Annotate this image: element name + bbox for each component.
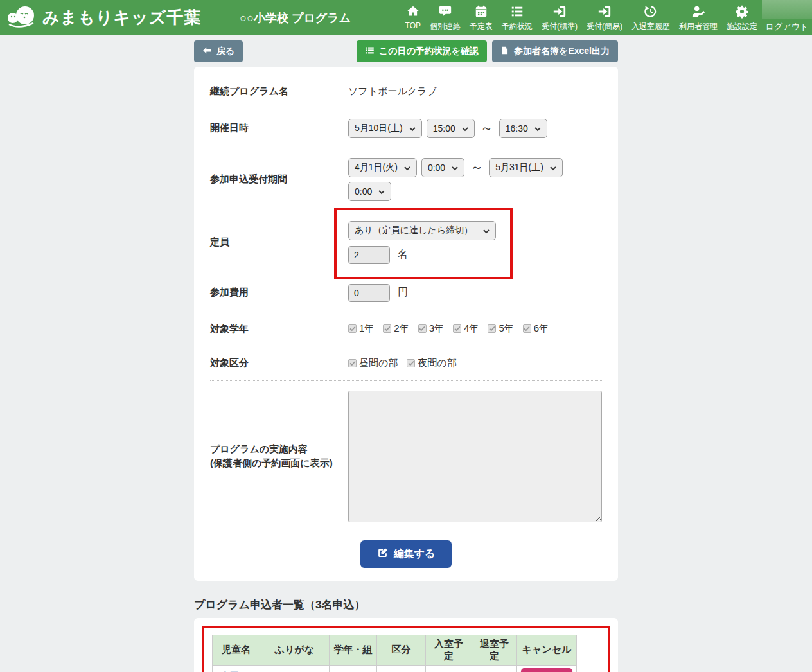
grade-checkbox-item[interactable]: 4年 bbox=[453, 323, 479, 335]
schedule-end-time-select[interactable]: 16:30 bbox=[499, 119, 547, 138]
program-name-value: ソフトボールクラブ bbox=[348, 85, 437, 98]
period-start-date-value: 4月1日(火) bbox=[355, 162, 398, 173]
grade-checkbox-item[interactable]: 5年 bbox=[488, 323, 513, 335]
col-check-out: 退室予定 bbox=[472, 635, 517, 665]
target-division-label: 対象区分 bbox=[210, 356, 348, 371]
capacity-unit: 名 bbox=[398, 248, 408, 261]
period-start-date-select[interactable]: 4月1日(火) bbox=[348, 158, 417, 177]
target-grades-row: 対象学年 1年 2年 3年 bbox=[210, 312, 602, 347]
capacity-mode-select[interactable]: あり（定員に達したら締切） bbox=[348, 221, 496, 240]
tilde-separator: ～ bbox=[481, 119, 493, 137]
check-out-cell: 16:00 bbox=[472, 665, 517, 672]
grade-checkbox-item[interactable]: 2年 bbox=[383, 323, 409, 335]
sign-in-icon bbox=[552, 4, 567, 19]
list-icon bbox=[365, 46, 375, 57]
edit-button-label: 編集する bbox=[394, 547, 436, 561]
child-name-link[interactable]: 山田 四郎 bbox=[213, 665, 260, 672]
cancel-button[interactable]: キャンセル bbox=[521, 668, 572, 672]
nav-label: 利用者管理 bbox=[679, 21, 718, 32]
edit-button-row: 編集する bbox=[210, 540, 602, 568]
calendar-icon bbox=[474, 4, 488, 19]
application-period-row: 参加申込受付期間 4月1日(火) 0:00 ～ 5月31日(土) bbox=[210, 148, 602, 211]
tilde-separator: ～ bbox=[470, 159, 483, 176]
check-reservations-button[interactable]: この日の予約状況を確認 bbox=[357, 40, 487, 62]
app-header: みまもりキッズ千葉 ○○小学校 プログラム TOP 個別連絡 予定表 bbox=[0, 0, 812, 35]
nav-label: 予約状況 bbox=[502, 21, 533, 32]
target-grades-label: 対象学年 bbox=[210, 322, 348, 337]
description-label-line2: (保護者側の予約画面に表示) bbox=[210, 456, 348, 471]
division-checkbox-item[interactable]: 昼間の部 bbox=[348, 357, 398, 369]
nav-user-management[interactable]: 利用者管理 bbox=[675, 0, 722, 35]
nav-reception-standard[interactable]: 受付(標準) bbox=[537, 0, 582, 35]
chevron-down-icon bbox=[404, 163, 410, 173]
applicants-title: プログラム申込者一覧（3名申込） bbox=[194, 597, 618, 612]
chevron-down-icon bbox=[452, 163, 458, 173]
grade-label: 4年 bbox=[464, 323, 479, 335]
edit-button[interactable]: 編集する bbox=[360, 540, 452, 568]
col-check-in: 入室予定 bbox=[426, 635, 472, 665]
program-name-row: 継続プログラム名 ソフトボールクラブ bbox=[210, 75, 602, 109]
schedule-start-time-select[interactable]: 15:00 bbox=[427, 119, 475, 138]
history-icon bbox=[644, 4, 658, 19]
schedule-date-select[interactable]: 5月10日(土) bbox=[348, 119, 422, 138]
table-header-row: 児童名 ふりがな 学年・組 区分 入室予定 退室予定 キャンセル bbox=[213, 635, 577, 665]
excel-export-button[interactable]: 参加者名簿をExcel出力 bbox=[492, 40, 618, 62]
back-button[interactable]: 戻る bbox=[194, 40, 243, 62]
fee-input[interactable] bbox=[348, 284, 390, 302]
capacity-input[interactable] bbox=[348, 246, 390, 264]
applicants-table: 児童名 ふりがな 学年・組 区分 入室予定 退室予定 キャンセル bbox=[212, 635, 577, 672]
grade-checkbox-item[interactable]: 1年 bbox=[348, 323, 374, 335]
description-label-line1: プログラムの実施内容 bbox=[210, 442, 348, 457]
period-start-time-select[interactable]: 0:00 bbox=[421, 158, 464, 177]
nav-schedule[interactable]: 予定表 bbox=[465, 0, 497, 35]
fee-row: 参加費用 円 bbox=[210, 274, 602, 312]
chevron-down-icon bbox=[534, 123, 541, 134]
description-textarea[interactable] bbox=[348, 391, 602, 522]
checkbox-checked-icon bbox=[383, 324, 391, 333]
mascot-icon bbox=[5, 4, 39, 32]
main-content: 戻る この日の予約状況を確認 参加者名簿をExcel出力 bbox=[0, 40, 812, 672]
nav-individual-contact[interactable]: 個別連絡 bbox=[425, 0, 465, 35]
nav-reservation-status[interactable]: 予約状況 bbox=[497, 0, 537, 35]
furigana-cell: やまだ しろう bbox=[260, 665, 330, 672]
logo-text: みまもりキッズ千葉 bbox=[42, 6, 201, 29]
division-checkbox-item[interactable]: 夜間の部 bbox=[407, 357, 456, 369]
nav-facility-settings[interactable]: 施設設定 bbox=[722, 0, 762, 35]
nav-label: 受付(簡易) bbox=[587, 21, 622, 32]
capacity-label: 定員 bbox=[210, 235, 348, 250]
checkbox-checked-icon bbox=[407, 359, 415, 367]
col-child-name: 児童名 bbox=[213, 635, 260, 665]
logout-highlight bbox=[762, 0, 812, 19]
nav-label: 入退室履歴 bbox=[631, 21, 670, 32]
logout-label: ログアウト bbox=[766, 21, 809, 33]
nav-top[interactable]: TOP bbox=[401, 0, 425, 33]
checkbox-checked-icon bbox=[523, 324, 531, 333]
check-in-cell: 14:00 bbox=[426, 665, 472, 672]
col-division: 区分 bbox=[377, 635, 426, 665]
period-end-date-value: 5月31日(土) bbox=[495, 162, 543, 173]
col-cancel: キャンセル bbox=[517, 635, 577, 665]
nav-label: 予定表 bbox=[470, 21, 493, 32]
checkbox-checked-icon bbox=[418, 324, 427, 333]
capacity-mode-value: あり（定員に達したら締切） bbox=[355, 225, 473, 236]
logout-button[interactable]: ログアウト bbox=[762, 0, 812, 35]
col-grade-class: 学年・組 bbox=[330, 635, 377, 665]
app-logo[interactable]: みまもりキッズ千葉 bbox=[0, 4, 201, 32]
home-icon bbox=[406, 4, 420, 19]
grade-checkbox-item[interactable]: 3年 bbox=[418, 323, 444, 335]
schedule-label: 開催日時 bbox=[210, 121, 348, 136]
edit-pencil-icon bbox=[377, 547, 388, 561]
toolbar: 戻る この日の予約状況を確認 参加者名簿をExcel出力 bbox=[194, 40, 618, 62]
program-detail-card: 継続プログラム名 ソフトボールクラブ 開催日時 5月10日(土) 15:00 bbox=[194, 67, 618, 581]
program-name-label: 継続プログラム名 bbox=[210, 84, 348, 99]
file-icon bbox=[500, 46, 509, 57]
nav-label: 施設設定 bbox=[727, 21, 757, 32]
main-nav: TOP 個別連絡 予定表 予約状況 bbox=[401, 0, 762, 35]
nav-entry-exit-history[interactable]: 入退室履歴 bbox=[627, 0, 675, 35]
nav-reception-simple[interactable]: 受付(簡易) bbox=[582, 0, 627, 35]
grade-checkbox-item[interactable]: 6年 bbox=[523, 323, 549, 335]
period-end-date-select[interactable]: 5月31日(土) bbox=[489, 158, 563, 177]
period-end-time-select[interactable]: 0:00 bbox=[348, 182, 391, 201]
period-end-time-value: 0:00 bbox=[355, 186, 372, 197]
sign-in-icon bbox=[597, 4, 612, 19]
